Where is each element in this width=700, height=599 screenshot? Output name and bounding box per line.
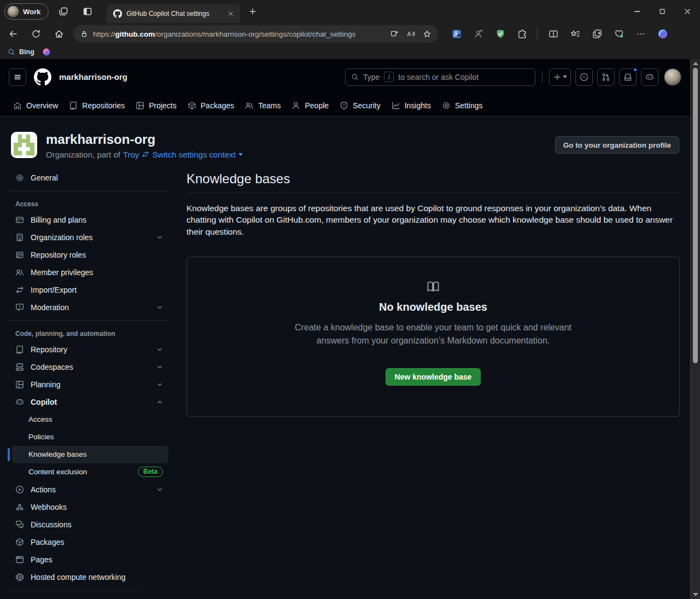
tab-teams[interactable]: Teams [240,97,286,114]
favorite-copilot[interactable] [42,48,51,56]
settings-menu-button[interactable] [632,26,650,42]
tab-settings[interactable]: Settings [436,97,488,114]
sidebar-item-repository[interactable]: Repository [9,341,168,358]
github-copilot-button[interactable] [641,68,658,86]
gear-icon [15,173,24,182]
beta-badge: Beta [138,467,163,477]
scroll-down-arrow[interactable] [693,593,698,596]
github-page: markharrison-org Type / to search or ask… [0,59,690,599]
sidebar-item-webhooks[interactable]: Webhooks [9,498,168,516]
sidebar-item-organization-roles[interactable]: Organization roles [9,229,168,246]
extensions-menu-button[interactable] [513,26,532,42]
sidebar-section-access: Access [9,196,168,211]
ellipsis-icon [636,29,646,39]
browser-tab[interactable]: GitHub Copilot Chat settings [107,4,240,23]
inbox-button[interactable] [619,68,637,86]
tab-actions-button[interactable] [78,3,97,20]
window-maximize-button[interactable] [650,0,675,23]
sidebar-item-pages[interactable]: Pages [9,551,168,568]
sidebar-item-moderation[interactable]: Moderation [9,299,168,316]
sidebar-item-actions[interactable]: Actions [9,481,168,498]
tab-packages[interactable]: Packages [182,97,240,114]
go-to-org-profile-button[interactable]: Go to your organization profile [555,136,679,154]
collections-button[interactable] [588,26,606,42]
extension-button[interactable] [469,26,488,42]
tab-repositories[interactable]: Repositories [63,97,130,114]
hamburger-menu-button[interactable] [9,68,26,86]
arrow-switch-icon [15,286,24,294]
new-knowledge-base-button[interactable]: New knowledge base [386,368,481,386]
sidebar-item-packages[interactable]: Packages [9,533,168,551]
scrollbar-thumb[interactable] [693,68,698,363]
sidebar-item-repository-roles[interactable]: Repository roles [9,246,168,264]
browser-essentials-button[interactable] [610,26,628,42]
tab-overview[interactable]: Overview [8,97,63,114]
tab-security[interactable]: Security [334,97,386,114]
sidebar-item-copilot-access[interactable]: Access [12,411,168,428]
browser-essentials-icon [614,29,624,39]
workspaces-button[interactable] [54,3,73,20]
sidebar-item-import-export[interactable]: Import/Export [9,281,168,299]
favorites-icon [570,29,580,39]
github-logo[interactable] [34,68,51,86]
sidebar-item-codespaces[interactable]: Codespaces [9,358,168,376]
window-close-button[interactable] [675,0,700,23]
inbox-icon [623,73,632,82]
gear-icon [442,101,451,110]
sidebar-section-code-planning: Code, planning, and automation [9,325,168,341]
user-avatar[interactable] [664,68,681,86]
split-screen-icon [549,29,558,39]
home-icon [13,101,22,110]
org-avatar[interactable] [11,132,37,158]
sidebar-item-hosted-compute[interactable]: Hosted compute networking [9,568,168,586]
refresh-button[interactable] [26,25,46,43]
copilot-button[interactable] [654,26,672,42]
browser-profile-button[interactable]: Work [4,3,49,20]
tab-projects[interactable]: Projects [130,97,182,114]
pull-requests-button[interactable] [597,68,615,86]
extensions-row [444,26,672,42]
sidebar-item-knowledge-bases[interactable]: Knowledge bases [12,446,168,463]
enterprise-link[interactable]: Troy [123,150,139,159]
shield-check-icon [495,29,505,39]
password-manager-extension-button[interactable] [447,26,466,42]
create-new-button[interactable] [549,68,571,86]
sidebar-divider [9,191,168,191]
tab-insights[interactable]: Insights [386,97,436,114]
arrow-switch-icon [142,150,149,158]
home-button[interactable] [49,25,69,43]
github-search-input[interactable]: Type / to search or ask Copilot [345,68,535,86]
sidebar-item-discussions[interactable]: Discussions [9,516,168,533]
split-screen-button[interactable] [544,26,563,42]
window-minimize-button[interactable] [625,0,650,23]
sidebar-item-content-exclusion[interactable]: Content exclusion Beta [12,463,168,481]
chevron-down-icon [156,346,163,353]
switch-settings-context-link[interactable]: Switch settings context [152,150,236,159]
tab-people[interactable]: People [286,97,334,114]
package-icon [15,538,24,546]
address-bar[interactable]: https://github.com/organizations/markhar… [73,25,439,43]
sidebar-item-billing[interactable]: Billing and plans [9,211,168,229]
sidebar-item-copilot[interactable]: Copilot [9,393,168,411]
split-screen-new-button[interactable] [386,26,402,42]
sidebar-item-general[interactable]: General [9,169,168,187]
scroll-up-arrow[interactable] [693,62,698,65]
tab-title: GitHub Copilot Chat settings [126,10,221,18]
chevron-down-icon [156,304,163,311]
tab-panel-icon [83,7,92,16]
tab-close-button[interactable] [226,9,236,19]
favorites-bar: Bing [0,45,700,59]
read-aloud-button[interactable]: A [402,26,419,42]
sidebar-item-planning[interactable]: Planning [9,376,168,393]
sidebar-item-copilot-policies[interactable]: Policies [12,428,168,446]
new-tab-button[interactable] [244,3,261,20]
adguard-extension-button[interactable] [491,26,510,42]
header-org-context[interactable]: markharrison-org [59,72,127,82]
vertical-scrollbar[interactable] [690,59,700,599]
sidebar-item-member-privileges[interactable]: Member privileges [9,264,168,281]
favorite-bing[interactable]: Bing [8,48,34,56]
back-button[interactable] [3,25,23,43]
favorites-button[interactable] [566,26,585,42]
issues-button[interactable] [575,68,593,86]
add-favorite-button[interactable] [419,26,435,42]
